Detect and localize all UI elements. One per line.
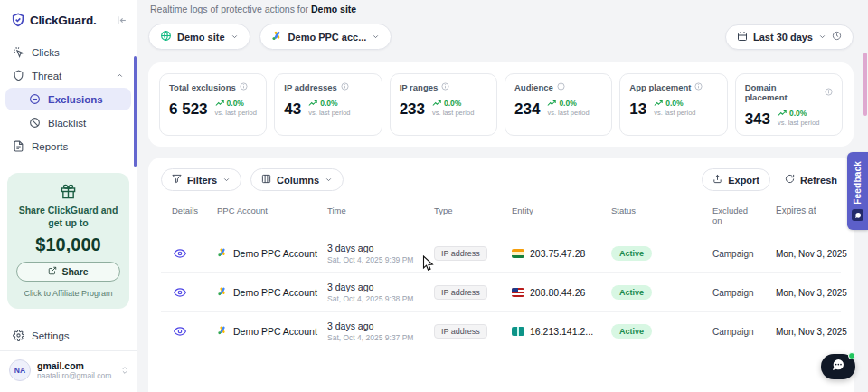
google-ads-icon xyxy=(217,286,228,299)
exclusions-log-table: Filters Columns Export Refresh xyxy=(148,158,854,392)
user-meta: gmail.com naatali.ro@gmail.com xyxy=(37,360,114,380)
sidebar-scrollbar[interactable] xyxy=(134,56,137,167)
time-exact: Sat, Oct 4, 2025 9:39 PM xyxy=(327,255,429,264)
site-selector-value: Demo site xyxy=(177,32,225,43)
table-row[interactable]: Demo PPC Account 3 days agoSat, Oct 4, 2… xyxy=(161,311,841,350)
view-details-icon[interactable] xyxy=(172,247,186,260)
shield-icon xyxy=(13,70,24,81)
country-flag-icon xyxy=(512,249,524,258)
stat-compare: vs. last period xyxy=(308,109,350,117)
sidebar-item-threat[interactable]: Threat xyxy=(5,64,131,87)
refresh-button[interactable]: Refresh xyxy=(781,169,841,190)
app-root: ClickGuard. Clicks Threat xyxy=(0,0,868,392)
sidebar-item-reports[interactable]: Reports xyxy=(5,135,131,158)
user-name: gmail.com xyxy=(37,360,114,371)
view-details-icon[interactable] xyxy=(172,286,186,299)
ban-icon xyxy=(29,117,41,129)
info-icon[interactable] xyxy=(557,82,565,92)
sidebar-item-blacklist[interactable]: Blacklist xyxy=(5,111,131,134)
status-badge: Active xyxy=(611,246,652,261)
stat-compare: vs. last period xyxy=(654,109,695,117)
settings-label: Settings xyxy=(32,330,70,341)
stat-compare: vs. last period xyxy=(432,109,474,117)
column-header-status: Status xyxy=(611,206,712,215)
user-email: naatali.ro@gmail.com xyxy=(37,371,114,380)
stat-label: Audience xyxy=(514,82,553,92)
sidebar-item-settings[interactable]: Settings xyxy=(0,322,137,350)
avatar: NA xyxy=(9,359,31,381)
info-icon[interactable] xyxy=(694,82,703,92)
sidebar: ClickGuard. Clicks Threat xyxy=(0,0,137,392)
table-row[interactable]: Demo PPC Account 3 days agoSat, Oct 4, 2… xyxy=(161,272,841,311)
ppc-account-name: Demo PPC Account xyxy=(233,326,317,337)
history-clock-icon[interactable] xyxy=(832,31,842,43)
stat-trend-value: 0.0% xyxy=(665,99,683,108)
sidebar-nav: Clicks Threat Exclusions xyxy=(0,36,137,158)
refresh-button-label: Refresh xyxy=(800,175,837,186)
chevron-down-icon xyxy=(325,175,333,186)
feedback-logo-icon xyxy=(852,209,863,221)
window-scrollbar[interactable] xyxy=(863,53,867,116)
filters-button[interactable]: Filters xyxy=(161,168,241,191)
column-header-details: Details xyxy=(172,206,217,215)
exclusion-icon xyxy=(29,93,41,105)
info-icon[interactable] xyxy=(825,88,833,98)
stat-ip-ranges: IP ranges 233 0.0%vs. last period xyxy=(390,73,497,136)
status-badge: Active xyxy=(611,285,652,300)
stat-value: 13 xyxy=(629,101,646,117)
refresh-icon xyxy=(785,174,795,186)
account-switcher[interactable]: NA gmail.com naatali.ro@gmail.com xyxy=(0,350,137,392)
date-range-value: Last 30 days xyxy=(753,32,813,43)
type-badge: IP address xyxy=(434,285,487,300)
info-icon[interactable] xyxy=(341,82,349,92)
excluded-on-value: Campaign xyxy=(712,249,765,259)
view-details-icon[interactable] xyxy=(172,325,186,338)
chat-launcher-button[interactable] xyxy=(821,354,855,379)
collapse-sidebar-icon[interactable] xyxy=(116,14,127,26)
entity-value: 208.80.44.26 xyxy=(530,287,585,298)
ppc-account-name: Demo PPC Account xyxy=(233,287,317,298)
column-header-ppc-account: PPC Account xyxy=(217,206,327,215)
feedback-tab[interactable]: Feedback xyxy=(847,152,868,230)
ppc-account-selector-value: Demo PPC acc... xyxy=(288,32,367,43)
table-row[interactable]: Demo PPC Account 3 days agoSat, Oct 4, 2… xyxy=(161,234,841,272)
share-icon xyxy=(48,266,57,277)
stat-total-exclusions: Total exclusions 6 523 0.0%vs. last peri… xyxy=(159,73,267,136)
country-flag-icon xyxy=(512,288,524,297)
columns-button[interactable]: Columns xyxy=(250,168,344,191)
sidebar-item-label: Clicks xyxy=(32,47,60,58)
stats-summary: Total exclusions 6 523 0.0%vs. last peri… xyxy=(148,62,854,147)
stat-value: 43 xyxy=(284,101,301,117)
chat-bubble-icon xyxy=(831,358,845,376)
stat-value: 233 xyxy=(400,101,425,117)
ppc-account-selector[interactable]: Demo PPC acc... xyxy=(259,24,392,50)
date-range-selector[interactable]: Last 30 days xyxy=(725,24,854,50)
share-button[interactable]: Share xyxy=(16,262,120,282)
stat-label: IP ranges xyxy=(400,82,439,92)
expires-at-value: Mon, Nov 3, 2025 xyxy=(765,288,853,298)
click-icon xyxy=(13,46,24,58)
affiliate-link[interactable]: Click to Affiliate Program xyxy=(16,289,120,298)
column-header-expires-at: Expires at xyxy=(765,206,841,215)
google-ads-icon xyxy=(217,247,228,260)
promo-amount: $10,000 xyxy=(16,234,120,255)
type-badge: IP address xyxy=(434,246,487,261)
chevron-up-down-icon xyxy=(120,362,129,378)
filters-button-label: Filters xyxy=(187,175,217,186)
globe-icon xyxy=(160,30,172,43)
sidebar-item-exclusions[interactable]: Exclusions xyxy=(5,88,131,110)
table-toolbar: Filters Columns Export Refresh xyxy=(161,168,841,191)
stat-domain-placement: Domain placement 343 0.0%vs. last period xyxy=(735,73,843,136)
stat-label: App placement xyxy=(629,82,691,92)
sidebar-item-clicks[interactable]: Clicks xyxy=(5,41,131,63)
stat-trend-value: 0.0% xyxy=(444,99,461,108)
chevron-down-icon xyxy=(818,32,826,43)
columns-icon xyxy=(261,174,271,186)
info-icon[interactable] xyxy=(240,82,248,92)
info-icon[interactable] xyxy=(441,82,449,92)
main-content: Realtime logs of protective actions for … xyxy=(137,0,868,392)
stat-label: Domain placement xyxy=(745,82,821,102)
site-selector[interactable]: Demo site xyxy=(148,24,250,50)
export-button[interactable]: Export xyxy=(702,168,770,191)
column-header-entity: Entity xyxy=(512,206,611,215)
